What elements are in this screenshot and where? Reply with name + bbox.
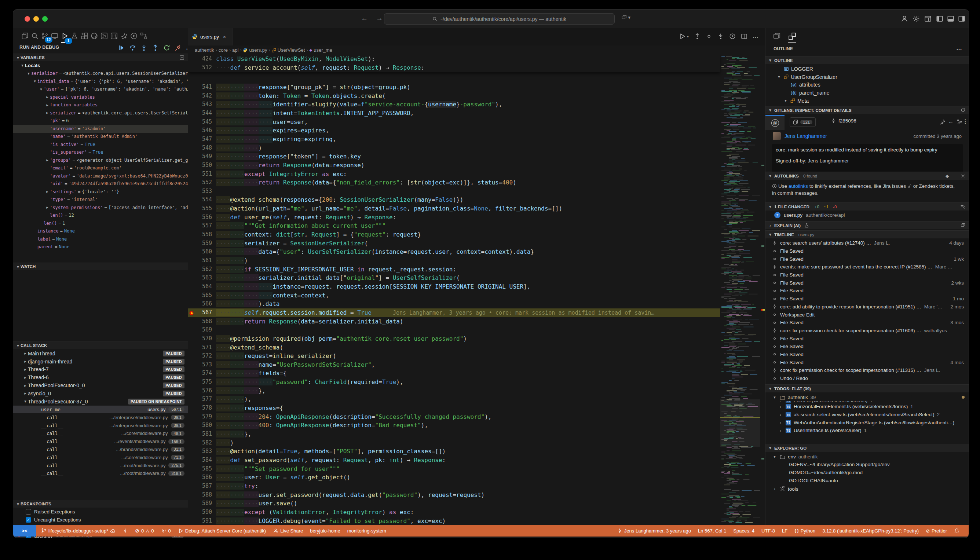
status-item-lifecyclefix-debugger-setup[interactable]: lifecycle/fix-debugger-setup* [41, 528, 115, 533]
timeline-item[interactable]: File Saved [765, 335, 969, 343]
tab-users-py[interactable]: users.py × [188, 28, 233, 45]
code-line[interactable]: 558········context: dict[str, Request] =… [188, 230, 720, 239]
timeline-item[interactable]: File Saved3 mos [765, 319, 969, 327]
variable-row[interactable]: 'email'='root@example.com' [13, 164, 188, 172]
outline-item[interactable]: [@]attributes [765, 81, 969, 89]
breakpoint-checkbox[interactable]: ✓ [26, 517, 31, 523]
todos-section-header[interactable]: ▾TODOS: FLAT (39) [765, 384, 969, 392]
variable-row[interactable]: 'is_active'=True [13, 140, 188, 148]
outline-section-header[interactable]: ▾OUTLINE [765, 56, 969, 64]
code-line[interactable]: 549············response["token"] = token… [188, 152, 720, 161]
timeline-item[interactable]: events: make sure password set event has… [765, 263, 969, 271]
settings-gear-icon[interactable] [913, 15, 920, 22]
call-stack-frame[interactable]: __call__.../enterprise/middleware.py39:1 [13, 413, 188, 422]
todo-file-item[interactable]: ›TSHorizontalFormElement.ts (web/src/ele… [765, 403, 969, 411]
close-window-button[interactable] [25, 16, 30, 22]
variable-row[interactable]: 'username'='akadmin' [13, 125, 188, 133]
timeline-item[interactable]: core: fix permission check for scoped im… [765, 327, 969, 335]
commit-sha[interactable]: f285096 [831, 118, 857, 123]
breadcrumb-item[interactable]: users.py [243, 47, 267, 53]
call-stack-frame[interactable]: user_meusers.py567:1 [13, 406, 188, 414]
remote-indicator[interactable]: >< [13, 525, 36, 537]
status-item-python[interactable]: { }Python [794, 528, 815, 533]
code-line[interactable]: 545················user=user, [188, 118, 720, 127]
status-item-ln[interactable]: Ln 567, Col 1 [698, 528, 726, 533]
status-item-0[interactable]: 0 [161, 528, 171, 533]
more-actions-icon[interactable]: … [753, 33, 758, 40]
open-changes-icon[interactable] [706, 33, 712, 40]
continue-button[interactable] [118, 44, 125, 51]
explorer-go-header[interactable]: ▾EXPLORER: GO [765, 444, 969, 452]
status-item-beryjuio-home[interactable]: beryjuio-home [310, 528, 340, 533]
status-item-monitoring-system[interactable]: monitoring-system [347, 528, 386, 533]
todos-project-row[interactable]: ▾ authentik 39 [765, 393, 969, 401]
code-line[interactable]: 579············204: OpenApiResponse(desc… [188, 413, 720, 422]
author-name[interactable]: Jens Langhammer [785, 133, 827, 139]
timeline-item[interactable]: File Saved [765, 343, 969, 351]
timeline-item[interactable]: File Saved4 mos [765, 358, 969, 367]
call-stack-frame[interactable]: __call__.../enterprise/middleware.py39:1 [13, 422, 188, 430]
variable-row[interactable]: 'uid'='49d24724dfa590a20fb5961e9c6673cd1… [13, 180, 188, 188]
status-item-spaces[interactable]: Spaces: 4 [733, 528, 755, 533]
gitlens-section-header[interactable]: ▾GITLENS: INSPECT: COMMIT DETAILS [765, 106, 969, 114]
code-line[interactable]: 542············token: Token = Token.obje… [188, 92, 720, 100]
timeline-item[interactable]: Undo / Redo [765, 375, 969, 383]
code-line[interactable]: 575················"password": CharField… [188, 378, 720, 387]
code-line[interactable]: 564················instance=request._req… [188, 282, 720, 291]
go-tools-row[interactable]: › tools [765, 485, 969, 493]
breadcrumb-item[interactable]: core [218, 47, 228, 53]
status-item-debug[interactable]: Debug: Attach Server Core (authentik) [178, 528, 266, 533]
todo-file-item[interactable]: ›TSWebAuthnAuthenticatorRegisterStage.ts… [765, 418, 969, 427]
variable-row[interactable]: ▸special variables [13, 93, 188, 101]
toggle-secondary-sidebar-icon[interactable] [958, 15, 965, 22]
activity-item-extensions[interactable] [81, 32, 90, 41]
pin-icon[interactable] [940, 119, 945, 125]
code-line[interactable]: 570····@permission_required(obj_perm="au… [188, 335, 720, 343]
code-line[interactable]: 569 [188, 326, 720, 335]
jira-link[interactable]: Jira issues [882, 183, 906, 189]
code-line[interactable]: 544················intent=TokenIntents.I… [188, 109, 720, 118]
code-line[interactable]: 547················expiring=expiring, [188, 135, 720, 144]
code-area[interactable]: 541············response["group_pk"] = st… [188, 55, 765, 525]
status-item[interactable] [954, 528, 960, 533]
status-item-lf[interactable]: LF [782, 528, 787, 533]
variable-row[interactable]: ▸function variables [13, 101, 188, 109]
timeline-item[interactable]: File Saved2 wks [765, 279, 969, 287]
call-stack-thread[interactable]: ▸MainThreadPAUSED [13, 350, 188, 358]
breadcrumb-item[interactable]: ◆user_me [309, 47, 332, 53]
status-item[interactable] [122, 528, 128, 533]
code-line[interactable]: 581········}, [188, 430, 720, 438]
code-line[interactable]: 550············return Response(data=resp… [188, 161, 720, 170]
breakpoint-row[interactable]: Raised Exceptions [13, 508, 188, 516]
tab-close-icon[interactable]: × [223, 34, 226, 40]
code-line[interactable]: 552············return Response(data={"no… [188, 178, 720, 187]
panel-more-icon[interactable]: … [956, 45, 962, 51]
call-stack-thread[interactable]: ▾ThreadPoolExecutor-37_0PAUSED ON BREAKP… [13, 398, 188, 406]
outline-item[interactable]: ▾Meta [765, 97, 969, 105]
variable-row[interactable]: 'type'='internal' [13, 196, 188, 204]
activity-item-search[interactable] [31, 32, 40, 41]
command-center[interactable]: ~/dev/authentik/authentik/core/api/users… [384, 13, 615, 25]
variable-row[interactable]: 'name'='authentik Default Admin' [13, 133, 188, 141]
code-line[interactable]: 590········except (ValidationError, Inte… [188, 508, 720, 517]
minimize-window-button[interactable] [33, 16, 39, 22]
activity-item-gitlens[interactable] [120, 32, 129, 41]
call-stack-thread[interactable]: ▸Thread-7PAUSED [13, 366, 188, 374]
activity-item-runme[interactable] [130, 32, 139, 41]
status-item-3128[interactable]: 3.12.8 ('authentik-xEAhpGPh-py3.12': Poe… [822, 528, 919, 533]
code-line[interactable]: 584····def set_password(self, request: R… [188, 456, 720, 465]
timeline-history-icon[interactable] [729, 33, 736, 40]
call-stack-frame[interactable]: __call__.../events/middleware.py156:1 [13, 438, 188, 446]
variable-row[interactable]: ▸'groups'=<generator object UserSelfSeri… [13, 156, 188, 164]
call-stack-thread[interactable]: ▸django-main-threadPAUSED [13, 358, 188, 366]
code-line[interactable]: 585········"""Set password for user""" [188, 465, 720, 473]
code-line[interactable]: 574············fields={ [188, 369, 720, 378]
code-line[interactable]: 578········responses={ [188, 404, 720, 413]
files-changed-header[interactable]: ▾1 FILE CHANGED+0~1-0 [765, 202, 969, 210]
variable-row[interactable]: ▾serializer=<authentik.core.api.users.Se… [13, 70, 188, 78]
current-breakpoint-icon[interactable] [189, 310, 195, 316]
timeline-item[interactable]: File Saved [765, 287, 969, 295]
code-line[interactable]: 577········), [188, 395, 720, 404]
timeline-item[interactable]: Workspace Edit [765, 311, 969, 319]
code-line[interactable]: 551········except IntegrityError as exc: [188, 170, 720, 178]
